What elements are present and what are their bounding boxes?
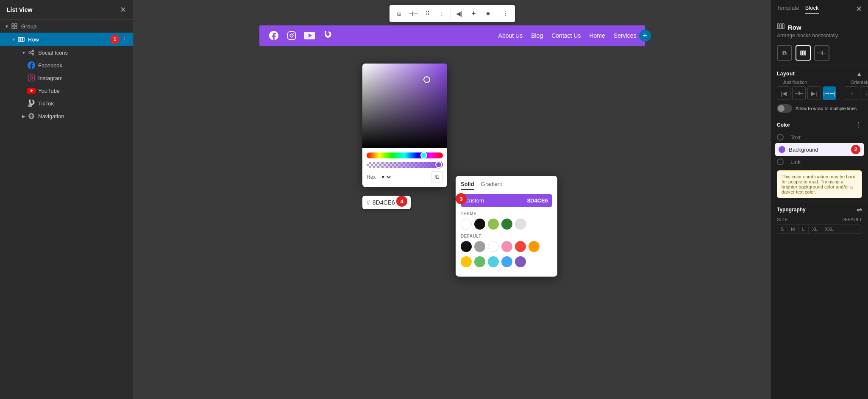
alpha-slider[interactable]: [367, 162, 443, 168]
copy-color-button[interactable]: ⧉: [431, 171, 443, 183]
justify-end-button[interactable]: ▶|: [807, 86, 821, 100]
nav-blog[interactable]: Blog: [531, 32, 543, 39]
size-xxl-button[interactable]: XXL: [821, 225, 837, 233]
justify-space-between-button[interactable]: |⊣⊢|: [823, 86, 836, 100]
default-swatch-teal[interactable]: [488, 256, 499, 267]
size-label: SIZE: [777, 217, 788, 222]
alpha-handle[interactable]: [435, 161, 442, 168]
size-s-button[interactable]: S: [777, 225, 787, 233]
tree-item-tiktok[interactable]: TikTok: [0, 97, 133, 110]
row-layout-icon[interactable]: [796, 45, 811, 61]
tree-item-youtube[interactable]: YouTube: [0, 84, 133, 97]
svg-point-7: [32, 50, 34, 52]
theme-swatch-black[interactable]: [474, 219, 485, 230]
default-swatch-purple[interactable]: [515, 256, 526, 267]
color-section-header: Color ⋮: [777, 121, 862, 129]
block-type-button[interactable]: ■: [481, 7, 495, 20]
tiktok-social-icon[interactable]: [321, 30, 333, 42]
default-swatch-red[interactable]: [515, 241, 526, 252]
hex-input[interactable]: [373, 199, 406, 206]
hue-slider[interactable]: [367, 152, 443, 158]
color-gradient-field[interactable]: [362, 64, 447, 148]
tab-block[interactable]: Block: [805, 5, 819, 14]
fit-content-icon[interactable]: ⊣⊢: [814, 45, 829, 61]
typography-section-more-icon[interactable]: ⇌: [857, 205, 862, 213]
default-swatch-blue[interactable]: [501, 256, 512, 267]
default-swatches: [461, 241, 552, 252]
nav-about[interactable]: About Us: [498, 32, 523, 39]
facebook-label: Facebook: [38, 62, 130, 69]
chevron-down-icon: ▼: [20, 49, 27, 56]
color-section-more-icon[interactable]: ⋮: [855, 121, 862, 129]
justify-center-button[interactable]: ⊣⊢: [792, 86, 806, 100]
chevron-down-icon: ▼: [3, 23, 10, 30]
tree-item-instagram[interactable]: Instagram: [0, 72, 133, 84]
nav-home[interactable]: Home: [589, 32, 605, 39]
size-m-button[interactable]: M: [787, 225, 798, 233]
hue-handle[interactable]: [420, 152, 427, 159]
svg-rect-20: [287, 32, 295, 39]
tree-item-group[interactable]: ▼ Group: [0, 20, 133, 33]
color-picker-popup: Hex ▼ ⧉: [362, 64, 447, 187]
custom-color-row[interactable]: Custom 8D4CE6: [461, 194, 552, 207]
wrap-row: Allow to wrap to multiple lines: [771, 103, 868, 117]
justify-start-button[interactable]: |◀: [777, 86, 790, 100]
alpha-overlay: [367, 162, 443, 168]
default-swatch-black[interactable]: [461, 241, 472, 252]
theme-swatch-green[interactable]: [488, 219, 499, 230]
step-2-badge: 2: [851, 145, 860, 154]
size-xl-button[interactable]: XL: [808, 225, 821, 233]
color-item-link[interactable]: Link: [777, 157, 862, 167]
toolbar-divider-2: [497, 8, 497, 19]
more-button[interactable]: ⋮: [499, 7, 512, 20]
group-label: Group: [21, 23, 130, 30]
duplicate-block-icon[interactable]: ⧉: [777, 45, 792, 61]
color-picker-handle[interactable]: [423, 76, 430, 83]
orient-horizontal-button[interactable]: →: [845, 86, 858, 100]
wrap-toggle[interactable]: [777, 104, 792, 113]
align-center-button[interactable]: ⊣⊢: [406, 7, 420, 20]
preview-navigation: About Us Blog Contact Us Home Services: [498, 32, 637, 39]
tab-gradient[interactable]: Gradient: [481, 181, 502, 190]
color-section: Color ⋮ Text Background 2 Link This colo…: [771, 117, 868, 202]
tree-item-navigation[interactable]: ▶ Navigation: [0, 110, 133, 122]
duplicate-button[interactable]: ⧉: [392, 7, 406, 20]
toolbar-divider: [451, 8, 451, 19]
default-swatch-pink[interactable]: [501, 241, 512, 252]
default-swatch-gray[interactable]: [474, 241, 485, 252]
move-button[interactable]: ↕: [435, 7, 449, 20]
nav-services[interactable]: Services: [614, 32, 637, 39]
typography-section-title: Typography: [777, 207, 806, 213]
theme-swatch-white[interactable]: [461, 219, 472, 230]
hex-format-select[interactable]: ▼: [379, 174, 392, 180]
facebook-social-icon[interactable]: [268, 30, 280, 42]
more-options-button[interactable]: ⋮: [120, 36, 130, 44]
close-icon[interactable]: ✕: [120, 5, 126, 14]
drag-handle-button[interactable]: ⠿: [421, 7, 434, 20]
add-block-button[interactable]: +: [639, 30, 651, 42]
align-left-button[interactable]: ◀|: [453, 7, 466, 20]
tab-solid[interactable]: Solid: [461, 181, 474, 190]
instagram-social-icon[interactable]: [286, 30, 298, 42]
text-color-label: Text: [790, 134, 801, 141]
tree-item-social-icons[interactable]: ▼ Social Icons: [0, 46, 133, 59]
add-button[interactable]: +: [467, 7, 481, 20]
default-swatch-yellow[interactable]: [461, 256, 472, 267]
theme-swatch-darkgreen[interactable]: [501, 219, 512, 230]
layout-collapse-icon[interactable]: ▲: [856, 70, 862, 77]
youtube-social-icon[interactable]: [303, 30, 315, 42]
theme-swatch-light[interactable]: [515, 219, 526, 230]
default-swatch-white[interactable]: [488, 241, 499, 252]
orient-vertical-button[interactable]: ↓: [860, 86, 868, 100]
default-swatch-lightgreen[interactable]: [474, 256, 485, 267]
nav-contact[interactable]: Contact Us: [551, 32, 581, 39]
size-l-button[interactable]: L: [798, 225, 808, 233]
close-right-panel-icon[interactable]: ✕: [856, 4, 862, 14]
color-item-background[interactable]: Background 2: [775, 143, 864, 156]
color-item-text[interactable]: Text: [777, 132, 862, 142]
default-swatch-orange[interactable]: [529, 241, 540, 252]
social-icons-group: [268, 30, 333, 42]
tree-item-row[interactable]: ▼ Row 1 ⋮: [0, 33, 133, 46]
tree-item-facebook[interactable]: Facebook: [0, 59, 133, 72]
tab-template[interactable]: Template: [777, 5, 799, 14]
